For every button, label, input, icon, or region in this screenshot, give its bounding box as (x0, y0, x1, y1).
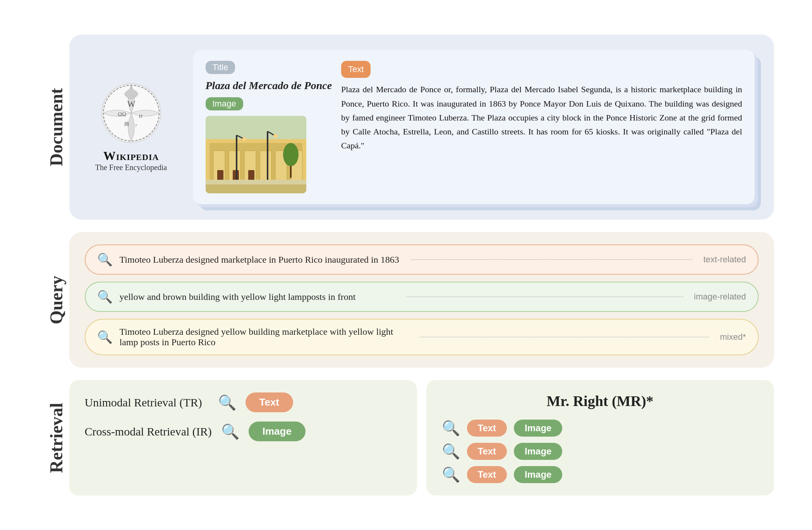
mr-search-icon-2: 🔍 (442, 443, 460, 460)
query-type-3: mixed* (720, 332, 746, 342)
search-icon-green: 🔍 (97, 289, 113, 304)
query-text-1: Timoteo Luberza designed marketplace in … (120, 255, 401, 265)
wikipedia-subtitle: The Free Encyclopedia (95, 163, 167, 172)
svg-point-26 (283, 143, 299, 166)
wikipedia-globe-icon: W ΩΩ И 維 7 (100, 82, 162, 144)
search-icon-yellow: 🔍 (97, 330, 113, 344)
query-type-2: image-related (694, 292, 746, 302)
article-image (206, 116, 306, 193)
document-content: W ΩΩ И 維 7 Wikipedia The Free Encycloped… (69, 34, 774, 220)
mr-row-1: 🔍 Text Image (442, 420, 759, 437)
query-label: Query (38, 232, 69, 368)
svg-text:維: 維 (124, 121, 129, 127)
article-card: Title Plaza del Mercado de Ponce Image (193, 50, 755, 204)
query-box: 🔍 Timoteo Luberza designed marketplace i… (69, 232, 774, 368)
query-row-text: 🔍 Timoteo Luberza designed marketplace i… (85, 244, 759, 275)
query-section: Query 🔍 Timoteo Luberza designed marketp… (38, 232, 774, 368)
mr-badge-image-3: Image (514, 466, 562, 483)
retrieval-label: Retrieval (38, 380, 69, 496)
document-section: Document W ΩΩ (38, 34, 774, 220)
mr-search-icon-3: 🔍 (442, 466, 460, 483)
svg-rect-29 (206, 180, 306, 184)
article-body: Plaza del Mercado de Ponce or, formally,… (341, 83, 742, 153)
retrieval-right: Mr. Right (MR)* 🔍 Text Image 🔍 Text Im (426, 380, 774, 496)
svg-rect-27 (290, 166, 292, 178)
query-text-2: yellow and brown building with yellow li… (120, 292, 396, 302)
article-title: Plaza del Mercado de Ponce (206, 79, 332, 92)
search-icon-orange: 🔍 (97, 252, 113, 267)
crossmodal-search-icon: 🔍 (221, 423, 239, 440)
mr-badge-text-2: Text (467, 443, 507, 460)
query-row-mixed: 🔍 Timoteo Luberza designed yellow buildi… (85, 319, 759, 355)
svg-point-22 (242, 137, 246, 141)
mr-badge-text-1: Text (467, 420, 507, 437)
retrieval-section: Retrieval Unimodal Retrieval (TR) 🔍 Text… (38, 380, 774, 496)
mr-search-icon-1: 🔍 (442, 420, 460, 437)
query-row-image: 🔍 yellow and brown building with yellow … (85, 282, 759, 312)
article-cards-stack: Title Plaza del Mercado de Ponce Image (193, 50, 755, 204)
retrieval-left: Unimodal Retrieval (TR) 🔍 Text Cross-mod… (69, 380, 417, 496)
query-dots-3 (420, 337, 709, 337)
query-text-3: Timoteo Luberza designed yellow building… (120, 327, 409, 348)
crossmodal-row: Cross-modal Retrieval (IR) 🔍 Image (85, 422, 402, 441)
svg-text:7: 7 (135, 123, 137, 128)
retrieval-content: Unimodal Retrieval (TR) 🔍 Text Cross-mod… (69, 380, 774, 496)
wikipedia-title: Wikipedia (103, 149, 159, 163)
mr-row-2: 🔍 Text Image (442, 443, 759, 460)
svg-text:ΩΩ: ΩΩ (118, 111, 126, 117)
crossmodal-label: Cross-modal Retrieval (IR) (85, 425, 212, 438)
mr-right-rows: 🔍 Text Image 🔍 Text Image 🔍 (442, 420, 759, 483)
document-label: Document (38, 34, 69, 220)
wiki-logo-area: W ΩΩ И 維 7 Wikipedia The Free Encycloped… (89, 82, 174, 172)
document-box: W ΩΩ И 維 7 Wikipedia The Free Encycloped… (69, 34, 774, 220)
unimodal-label: Unimodal Retrieval (TR) (85, 396, 209, 409)
svg-text:W: W (127, 99, 136, 109)
card-right: Text Plaza del Mercado de Ponce or, form… (341, 61, 742, 193)
unimodal-row: Unimodal Retrieval (TR) 🔍 Text (85, 392, 402, 412)
query-type-1: text-related (703, 255, 746, 265)
unimodal-badge-text: Text (245, 392, 294, 412)
title-tag: Title (206, 61, 235, 74)
mr-row-3: 🔍 Text Image (442, 466, 759, 483)
svg-point-25 (273, 134, 277, 138)
query-dots-1 (411, 259, 692, 260)
mr-badge-image-1: Image (514, 420, 562, 437)
text-tag: Text (341, 61, 371, 78)
crossmodal-badge-image: Image (249, 422, 306, 441)
query-content: 🔍 Timoteo Luberza designed marketplace i… (69, 232, 774, 368)
svg-rect-28 (206, 184, 306, 193)
mr-badge-image-2: Image (514, 443, 562, 460)
retrieval-outer: Unimodal Retrieval (TR) 🔍 Text Cross-mod… (69, 380, 774, 496)
mr-badge-text-3: Text (467, 466, 507, 483)
image-tag: Image (206, 97, 243, 110)
main-container: Document W ΩΩ (38, 34, 774, 496)
svg-text:И: И (139, 114, 142, 119)
mr-right-title: Mr. Right (MR)* (442, 392, 759, 410)
unimodal-search-icon: 🔍 (218, 394, 236, 411)
card-left: Title Plaza del Mercado de Ponce Image (206, 61, 332, 193)
query-dots-2 (407, 296, 683, 297)
